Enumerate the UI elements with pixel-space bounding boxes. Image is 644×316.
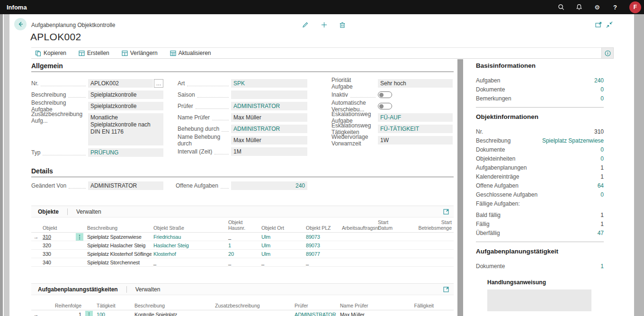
drilldown-value[interactable]: 64 (598, 182, 604, 189)
handlungsanweisung-label: Handlungsanweisung (487, 279, 604, 286)
field-label-zusatzbeschreibung: Zusatzbeschreibung Aufg... (31, 113, 88, 122)
field-label-name-behebung: Name Behebung durch (178, 136, 231, 144)
intervall-field[interactable]: 1M (231, 147, 307, 156)
settings-icon[interactable]: ⚙ (593, 3, 601, 11)
right-scrollbar[interactable] (634, 14, 644, 316)
offene-aufgaben-field[interactable]: 240 (231, 181, 307, 190)
taetigkeiten-header-row: Reihenfolge Tätigkeit Beschreibung Zusat… (31, 295, 454, 310)
field-label-offene-aufgaben: Offene Aufgaben (176, 181, 231, 190)
prioritaet-field[interactable]: Sehr hoch (378, 79, 453, 88)
factbox-row: Bald fällig1 (476, 210, 604, 219)
nr-field[interactable]: APLOK002 (88, 79, 153, 88)
beschreibung-field[interactable]: Spielplatzkontrolle (88, 90, 163, 99)
drilldown-value[interactable]: 0 (600, 146, 604, 153)
factbox-row: Kalendereinträge1 (476, 172, 604, 181)
collapse-icon[interactable] (606, 21, 613, 28)
field-label-typ: Typ (31, 148, 88, 157)
back-button[interactable] (14, 18, 27, 30)
content-scrollbar[interactable] (457, 59, 463, 316)
objekte-header-row: Objekt Beschreibung Objekt Straße Objekt… (31, 217, 454, 233)
drilldown-value[interactable]: 0 (600, 95, 604, 102)
geaendert-von-field[interactable]: ADMINISTRATOR (88, 181, 163, 190)
inaktiv-toggle[interactable] (378, 91, 392, 98)
taetigkeiten-popout-icon[interactable] (443, 287, 449, 292)
wiedervorlage-field[interactable]: 1W (378, 136, 453, 144)
typ-field[interactable]: PRÜFUNG (88, 148, 163, 157)
edit-icon[interactable] (301, 21, 309, 28)
drilldown-value[interactable]: 0 (600, 86, 604, 93)
field-label-verschiebung: Automatische Verschiebu... (331, 102, 378, 110)
field-label-behebung-durch: Behebung durch (178, 125, 231, 133)
delete-icon[interactable] (339, 21, 346, 28)
beschreibung-aufgabe-field[interactable]: Spielplatzkontrolle (88, 102, 163, 110)
objekte-tab[interactable]: Objekte (38, 208, 59, 215)
saison-field[interactable] (231, 90, 307, 99)
new-icon[interactable] (320, 21, 328, 28)
section-title-details[interactable]: Details (31, 167, 53, 175)
table-row[interactable]: 330 Spielplatz Klosterhof Söflingen Klos… (31, 250, 454, 258)
table-row[interactable]: 320 Spielplatz Haslacher Steig Haslacher… (31, 241, 454, 250)
drilldown-value[interactable]: 0 (600, 155, 604, 162)
objekte-verwalten-menu[interactable]: Verwalten (76, 208, 101, 215)
avatar[interactable]: F (629, 1, 641, 13)
notifications-icon[interactable] (575, 3, 583, 11)
factbox-row: Aufgabenplanungen1 (476, 163, 604, 172)
section-title-allgemein[interactable]: Allgemein (31, 62, 63, 70)
esk-aufgabe-field[interactable]: FÜ-AUF (378, 113, 453, 122)
table-row[interactable]: → 1 ⋮ 100 Kontrolle Spielplatz ADMINISTR… (31, 310, 454, 316)
drilldown-value[interactable]: 240 (594, 77, 604, 84)
factbox-row: Überfällig47 (476, 228, 604, 237)
esk-taetigkeiten-field[interactable]: FÜ-TÄTIGKEIT (378, 125, 453, 133)
drilldown-value[interactable]: 0 (600, 191, 604, 198)
copy-button-label: Kopieren (44, 50, 66, 56)
drilldown-value[interactable]: 1 (600, 263, 604, 270)
action-bar: Kopieren Erstellen Verlängern Aktualisie… (31, 47, 614, 59)
nr-assist-button[interactable]: … (154, 79, 163, 88)
field-label-nr: Nr. (31, 79, 88, 88)
zusatzbeschreibung-field[interactable]: Monatliche Spielplatzkontrolle nach DIN … (88, 113, 163, 145)
page-title: APLOK002 (30, 31, 81, 43)
field-label-intervall: Intervall (Zeit) (178, 147, 231, 156)
selected-row-arrow-icon: → (31, 310, 41, 316)
info-icon[interactable] (601, 47, 614, 59)
share-window-icon[interactable] (595, 21, 602, 28)
copy-button[interactable]: Kopieren (35, 50, 66, 56)
drilldown-value[interactable]: 47 (598, 230, 604, 236)
handlungsanweisung-field[interactable] (487, 289, 591, 311)
name-pruefer-field[interactable]: Max Müller (231, 113, 307, 122)
top-navigation-bar: Infoma ⚙ ? F (0, 0, 644, 14)
help-icon[interactable]: ? (611, 3, 619, 11)
row-options-icon[interactable]: ⋮ (85, 311, 93, 316)
factbox-panel: Basisinformationen Aufgaben240 Dokumente… (476, 59, 604, 311)
taetigkeiten-tab[interactable]: Aufgabenplanungstätigkeiten (38, 286, 118, 293)
refresh-button[interactable]: Aktualisieren (170, 50, 211, 56)
extend-button[interactable]: Verlängern (122, 50, 158, 56)
factbox-title-objektinfo: Objektinformationen (476, 113, 604, 120)
factbox-row: Offene Aufgaben64 (476, 181, 604, 190)
taetigkeiten-card: Aufgabenplanungstätigkeiten Verwalten Re… (31, 283, 454, 316)
search-icon[interactable] (557, 3, 565, 11)
table-row[interactable]: 340 Spielplatz Storchennest _ _ _ _ (31, 258, 454, 267)
name-behebung-field[interactable]: Max Müller (231, 136, 307, 144)
refresh-button-label: Aktualisieren (179, 50, 211, 56)
factbox-row: Aufgaben240 (476, 76, 604, 85)
create-button[interactable]: Erstellen (79, 50, 109, 56)
field-label-name-pruefer: Name Prüfer (178, 113, 231, 122)
extend-button-label: Verlängern (130, 50, 158, 56)
drilldown-value[interactable]: Spielplatz Spatzenwiese (542, 137, 604, 144)
factbox-row: Dokumente0 (476, 145, 604, 154)
factbox-divider (476, 107, 604, 108)
objekte-popout-icon[interactable] (443, 209, 449, 215)
factbox-title-taetigkeit: Aufgabenplanungstätigkeit (476, 248, 604, 255)
taetigkeiten-verwalten-menu[interactable]: Verwalten (135, 286, 161, 293)
row-options-icon[interactable]: ⋮ (76, 233, 83, 241)
table-row[interactable]: → 310 ⋮ Spielplatz Spatzenwiese Friedric… (31, 233, 454, 241)
behebung-durch-field[interactable]: ADMINISTRATOR (231, 125, 307, 133)
pruefer-field[interactable]: ADMINISTRATOR (231, 102, 307, 110)
verschiebung-toggle[interactable] (378, 103, 392, 109)
left-scrollbar[interactable] (4, 14, 9, 316)
breadcrumb[interactable]: Aufgabenplanung Objektkontrolle (31, 22, 115, 28)
art-field[interactable]: SPK (231, 79, 307, 88)
field-label-esk-aufgabe: Eskalationsweg Aufgabe (331, 113, 378, 122)
factbox-title-basis: Basisinformationen (476, 62, 604, 69)
